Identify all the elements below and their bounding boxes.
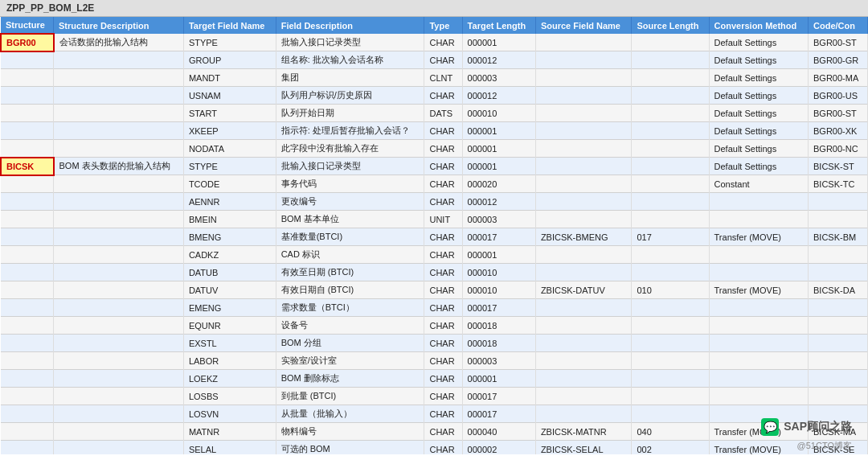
- cell-code: BICSK-DA: [809, 281, 868, 299]
- table-row: LOSBS到批量 (BTCI)CHAR000017: [1, 388, 868, 405]
- cell-structure-desc: [54, 87, 184, 105]
- cell-type: CHAR: [424, 246, 462, 264]
- cell-code: [809, 317, 868, 335]
- table-row: DATUB有效至日期 (BTCI)CHAR000010: [1, 264, 868, 281]
- cell-field-desc: 实验室/设计室: [276, 352, 424, 370]
- table-row: START队列开始日期DATS000010Default SettingsBGR…: [1, 105, 868, 122]
- cell-type: CHAR: [424, 140, 462, 158]
- cell-source-field: [535, 105, 632, 122]
- cell-field-desc: 基准数量(BTCI): [276, 228, 424, 246]
- table-header-row: Structure Structure Description Target F…: [1, 17, 868, 34]
- cell-conversion: [709, 211, 808, 228]
- cell-source-field: [535, 299, 632, 317]
- cell-structure-desc: [54, 281, 184, 299]
- cell-source-len: [632, 193, 709, 211]
- cell-source-len: [632, 140, 709, 158]
- cell-field-desc: 指示符: 处理后暂存批输入会话？: [276, 122, 424, 140]
- cell-target-len: 000001: [462, 140, 535, 158]
- cell-field-desc: 更改编号: [276, 193, 424, 211]
- table-row: LOEKZBOM 删除标志CHAR000001: [1, 370, 868, 388]
- cell-conversion: Default Settings: [709, 87, 808, 105]
- cell-field-desc: 队列用户标识/历史原因: [276, 87, 424, 105]
- cell-source-len: [632, 405, 709, 423]
- cell-source-len: [632, 175, 709, 193]
- cell-structure-desc: [54, 211, 184, 228]
- cell-source-len: [632, 352, 709, 370]
- cell-source-field: [535, 317, 632, 335]
- cell-structure: [1, 69, 54, 87]
- cell-target-field: AENNR: [183, 193, 276, 211]
- cell-structure-desc: [54, 105, 184, 122]
- table-container[interactable]: Structure Structure Description Target F…: [0, 17, 868, 454]
- table-row: BICSKBOM 表头数据的批输入结构STYPE批输入接口记录类型CHAR000…: [1, 158, 868, 175]
- col-field-desc: Field Description: [276, 17, 424, 34]
- cell-structure: [1, 264, 54, 281]
- cell-source-field: [535, 51, 632, 69]
- cell-conversion: [709, 193, 808, 211]
- table-row: SELAL可选的 BOMCHAR000002ZBICSK-SELAL002Tra…: [1, 441, 868, 455]
- cell-target-len: 000001: [462, 158, 535, 175]
- cell-target-len: 000001: [462, 246, 535, 264]
- cell-source-len: 040: [632, 423, 709, 441]
- cell-type: CHAR: [424, 34, 462, 51]
- cell-target-len: 000010: [462, 281, 535, 299]
- credit-text: @51CTO博客: [797, 440, 852, 452]
- cell-type: CHAR: [424, 51, 462, 69]
- cell-field-desc: 此字段中没有批输入存在: [276, 140, 424, 158]
- cell-type: CHAR: [424, 281, 462, 299]
- table-row: GROUP组名称: 批次输入会话名称CHAR000012Default Sett…: [1, 51, 868, 69]
- cell-target-len: 000017: [462, 405, 535, 423]
- cell-source-len: [632, 122, 709, 140]
- cell-type: CHAR: [424, 175, 462, 193]
- cell-code: BICSK-BM: [809, 228, 868, 246]
- cell-code: [809, 370, 868, 388]
- cell-structure-desc: [54, 423, 184, 441]
- cell-target-field: STYPE: [183, 34, 276, 51]
- cell-source-field: ZBICSK-MATNR: [535, 423, 632, 441]
- cell-structure: [1, 388, 54, 405]
- cell-source-field: [535, 388, 632, 405]
- cell-code: BICSK-TC: [809, 175, 868, 193]
- cell-field-desc: CAD 标识: [276, 246, 424, 264]
- cell-target-field: LOSBS: [183, 388, 276, 405]
- cell-source-field: [535, 140, 632, 158]
- cell-target-len: 000012: [462, 51, 535, 69]
- table-row: NODATA此字段中没有批输入存在CHAR000001Default Setti…: [1, 140, 868, 158]
- cell-source-len: 017: [632, 228, 709, 246]
- cell-target-field: SELAL: [183, 441, 276, 455]
- cell-structure: [1, 299, 54, 317]
- cell-conversion: [709, 388, 808, 405]
- cell-structure-desc: [54, 317, 184, 335]
- cell-structure-desc: [54, 335, 184, 352]
- cell-field-desc: 设备号: [276, 317, 424, 335]
- cell-target-field: MATNR: [183, 423, 276, 441]
- cell-conversion: Constant: [709, 175, 808, 193]
- cell-field-desc: 有效至日期 (BTCI): [276, 264, 424, 281]
- cell-code: BGR00-ST: [809, 105, 868, 122]
- cell-source-field: [535, 405, 632, 423]
- cell-source-len: [632, 69, 709, 87]
- cell-code: [809, 388, 868, 405]
- cell-code: [809, 264, 868, 281]
- cell-type: CHAR: [424, 441, 462, 455]
- cell-type: CHAR: [424, 299, 462, 317]
- cell-structure-desc: [54, 352, 184, 370]
- cell-target-len: 000003: [462, 211, 535, 228]
- cell-type: CHAR: [424, 370, 462, 388]
- cell-source-field: [535, 246, 632, 264]
- cell-structure-desc: [54, 246, 184, 264]
- cell-structure: [1, 352, 54, 370]
- cell-target-field: LOSVN: [183, 405, 276, 423]
- cell-source-field: [535, 122, 632, 140]
- cell-target-field: EMENG: [183, 299, 276, 317]
- cell-target-field: EXSTL: [183, 335, 276, 352]
- cell-target-len: 000017: [462, 299, 535, 317]
- window-title: ZPP_PP_BOM_L2E: [6, 2, 94, 14]
- cell-target-field: LABOR: [183, 352, 276, 370]
- cell-structure-desc: [54, 69, 184, 87]
- cell-conversion: Default Settings: [709, 69, 808, 87]
- cell-target-len: 000003: [462, 69, 535, 87]
- col-source-field: Source Field Name: [535, 17, 632, 34]
- cell-target-field: START: [183, 105, 276, 122]
- col-structure: Structure: [1, 17, 54, 34]
